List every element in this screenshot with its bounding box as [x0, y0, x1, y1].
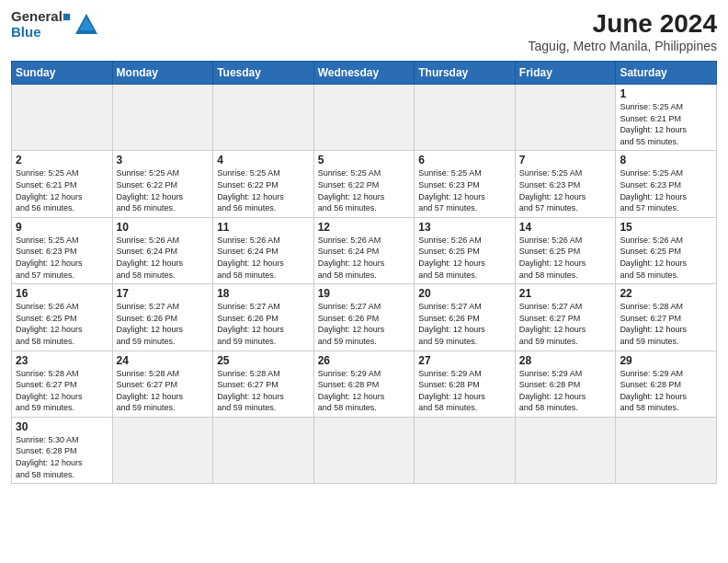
- day-number: 13: [418, 221, 511, 234]
- header-saturday: Saturday: [616, 62, 717, 85]
- day-number: 14: [519, 221, 612, 234]
- week-row-4: 23Sunrise: 5:28 AM Sunset: 6:27 PM Dayli…: [12, 350, 717, 417]
- day-cell: [515, 85, 616, 151]
- day-number: 9: [16, 221, 108, 234]
- day-cell: 29Sunrise: 5:29 AM Sunset: 6:28 PM Dayli…: [616, 350, 717, 417]
- day-cell: [616, 417, 717, 483]
- day-info: Sunrise: 5:28 AM Sunset: 6:27 PM Dayligh…: [217, 368, 310, 414]
- day-cell: [112, 85, 213, 151]
- header: General■ Blue June 2024 Taguig, Metro Ma…: [11, 9, 717, 53]
- day-info: Sunrise: 5:25 AM Sunset: 6:22 PM Dayligh…: [217, 167, 310, 213]
- day-cell: 11Sunrise: 5:26 AM Sunset: 6:24 PM Dayli…: [213, 217, 314, 283]
- day-cell: 8Sunrise: 5:25 AM Sunset: 6:23 PM Daylig…: [616, 151, 717, 217]
- day-info: Sunrise: 5:25 AM Sunset: 6:23 PM Dayligh…: [519, 167, 612, 213]
- day-info: Sunrise: 5:26 AM Sunset: 6:25 PM Dayligh…: [418, 235, 511, 281]
- day-cell: 16Sunrise: 5:26 AM Sunset: 6:25 PM Dayli…: [12, 284, 113, 350]
- week-row-3: 16Sunrise: 5:26 AM Sunset: 6:25 PM Dayli…: [12, 284, 717, 350]
- day-info: Sunrise: 5:25 AM Sunset: 6:23 PM Dayligh…: [418, 167, 511, 213]
- day-number: 24: [117, 354, 210, 367]
- day-info: Sunrise: 5:25 AM Sunset: 6:21 PM Dayligh…: [620, 101, 712, 147]
- day-cell: [112, 417, 213, 483]
- day-number: 26: [318, 354, 411, 367]
- day-cell: 27Sunrise: 5:29 AM Sunset: 6:28 PM Dayli…: [415, 350, 516, 417]
- header-row: SundayMondayTuesdayWednesdayThursdayFrid…: [12, 62, 717, 85]
- day-info: Sunrise: 5:25 AM Sunset: 6:23 PM Dayligh…: [16, 235, 108, 281]
- day-cell: 10Sunrise: 5:26 AM Sunset: 6:24 PM Dayli…: [112, 217, 213, 283]
- day-cell: [313, 417, 415, 483]
- day-cell: 23Sunrise: 5:28 AM Sunset: 6:27 PM Dayli…: [12, 350, 113, 417]
- day-cell: 26Sunrise: 5:29 AM Sunset: 6:28 PM Dayli…: [313, 350, 415, 417]
- week-row-2: 9Sunrise: 5:25 AM Sunset: 6:23 PM Daylig…: [12, 217, 717, 283]
- day-info: Sunrise: 5:26 AM Sunset: 6:24 PM Dayligh…: [318, 235, 411, 281]
- title-block: June 2024 Taguig, Metro Manila, Philippi…: [529, 9, 717, 53]
- header-friday: Friday: [515, 62, 616, 85]
- day-cell: 13Sunrise: 5:26 AM Sunset: 6:25 PM Dayli…: [415, 217, 516, 283]
- logo: General■ Blue: [11, 9, 99, 40]
- day-info: Sunrise: 5:27 AM Sunset: 6:26 PM Dayligh…: [418, 301, 511, 347]
- day-info: Sunrise: 5:29 AM Sunset: 6:28 PM Dayligh…: [620, 368, 712, 414]
- day-number: 29: [620, 354, 712, 367]
- day-info: Sunrise: 5:26 AM Sunset: 6:25 PM Dayligh…: [620, 235, 712, 281]
- day-info: Sunrise: 5:28 AM Sunset: 6:27 PM Dayligh…: [117, 368, 210, 414]
- day-cell: [12, 85, 113, 151]
- day-number: 18: [217, 287, 310, 300]
- day-number: 8: [620, 154, 712, 167]
- day-number: 4: [217, 154, 310, 167]
- day-cell: [213, 85, 314, 151]
- day-number: 17: [117, 287, 210, 300]
- day-info: Sunrise: 5:29 AM Sunset: 6:28 PM Dayligh…: [418, 368, 511, 414]
- day-number: 28: [519, 354, 612, 367]
- day-cell: 5Sunrise: 5:25 AM Sunset: 6:22 PM Daylig…: [313, 151, 415, 217]
- day-number: 25: [217, 354, 310, 367]
- day-number: 12: [318, 221, 411, 234]
- day-cell: 22Sunrise: 5:28 AM Sunset: 6:27 PM Dayli…: [616, 284, 717, 350]
- day-info: Sunrise: 5:29 AM Sunset: 6:28 PM Dayligh…: [519, 368, 612, 414]
- day-number: 27: [418, 354, 511, 367]
- day-info: Sunrise: 5:26 AM Sunset: 6:25 PM Dayligh…: [519, 235, 612, 281]
- day-number: 21: [519, 287, 612, 300]
- week-row-1: 2Sunrise: 5:25 AM Sunset: 6:21 PM Daylig…: [12, 151, 717, 217]
- header-wednesday: Wednesday: [313, 62, 415, 85]
- day-cell: [313, 85, 415, 151]
- day-cell: 30Sunrise: 5:30 AM Sunset: 6:28 PM Dayli…: [12, 417, 113, 483]
- day-number: 16: [16, 287, 108, 300]
- day-cell: 7Sunrise: 5:25 AM Sunset: 6:23 PM Daylig…: [515, 151, 616, 217]
- calendar-page: General■ Blue June 2024 Taguig, Metro Ma…: [0, 0, 728, 563]
- day-cell: 1Sunrise: 5:25 AM Sunset: 6:21 PM Daylig…: [616, 85, 717, 151]
- day-number: 30: [16, 420, 108, 433]
- day-cell: 20Sunrise: 5:27 AM Sunset: 6:26 PM Dayli…: [415, 284, 516, 350]
- calendar-table: SundayMondayTuesdayWednesdayThursdayFrid…: [11, 61, 717, 484]
- week-row-0: 1Sunrise: 5:25 AM Sunset: 6:21 PM Daylig…: [12, 85, 717, 151]
- day-info: Sunrise: 5:29 AM Sunset: 6:28 PM Dayligh…: [318, 368, 411, 414]
- day-cell: 6Sunrise: 5:25 AM Sunset: 6:23 PM Daylig…: [415, 151, 516, 217]
- main-title: June 2024: [529, 9, 717, 39]
- day-info: Sunrise: 5:28 AM Sunset: 6:27 PM Dayligh…: [620, 301, 712, 347]
- header-sunday: Sunday: [12, 62, 113, 85]
- logo-line2: Blue: [11, 25, 71, 40]
- day-info: Sunrise: 5:25 AM Sunset: 6:22 PM Dayligh…: [117, 167, 210, 213]
- day-cell: [213, 417, 314, 483]
- header-tuesday: Tuesday: [213, 62, 314, 85]
- day-info: Sunrise: 5:25 AM Sunset: 6:22 PM Dayligh…: [318, 167, 411, 213]
- logo-text-block: General■ Blue: [11, 9, 71, 40]
- day-number: 6: [418, 154, 511, 167]
- day-cell: 25Sunrise: 5:28 AM Sunset: 6:27 PM Dayli…: [213, 350, 314, 417]
- day-number: 2: [16, 154, 108, 167]
- logo-icon: [74, 12, 99, 38]
- day-number: 19: [318, 287, 411, 300]
- day-cell: 21Sunrise: 5:27 AM Sunset: 6:27 PM Dayli…: [515, 284, 616, 350]
- day-info: Sunrise: 5:27 AM Sunset: 6:26 PM Dayligh…: [318, 301, 411, 347]
- day-number: 3: [117, 154, 210, 167]
- day-cell: 4Sunrise: 5:25 AM Sunset: 6:22 PM Daylig…: [213, 151, 314, 217]
- day-cell: 3Sunrise: 5:25 AM Sunset: 6:22 PM Daylig…: [112, 151, 213, 217]
- day-cell: 14Sunrise: 5:26 AM Sunset: 6:25 PM Dayli…: [515, 217, 616, 283]
- day-cell: 18Sunrise: 5:27 AM Sunset: 6:26 PM Dayli…: [213, 284, 314, 350]
- day-info: Sunrise: 5:30 AM Sunset: 6:28 PM Dayligh…: [16, 434, 108, 480]
- day-number: 15: [620, 221, 712, 234]
- day-number: 11: [217, 221, 310, 234]
- day-cell: 19Sunrise: 5:27 AM Sunset: 6:26 PM Dayli…: [313, 284, 415, 350]
- day-cell: 28Sunrise: 5:29 AM Sunset: 6:28 PM Dayli…: [515, 350, 616, 417]
- day-info: Sunrise: 5:25 AM Sunset: 6:21 PM Dayligh…: [16, 167, 108, 213]
- day-number: 5: [318, 154, 411, 167]
- day-number: 10: [117, 221, 210, 234]
